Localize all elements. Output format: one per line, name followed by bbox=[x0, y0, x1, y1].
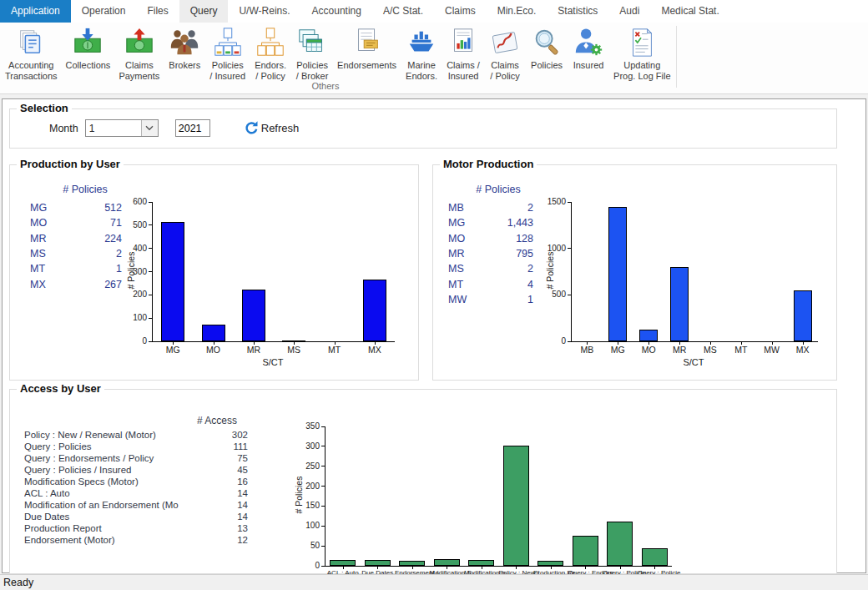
ribbon-item-policies-insured[interactable]: Policies / Insured bbox=[205, 24, 250, 83]
bar-mr bbox=[242, 290, 265, 341]
x-tick-label: MW bbox=[756, 345, 787, 355]
month-label: Month bbox=[49, 123, 78, 134]
tab-accounting[interactable]: Accounting bbox=[301, 0, 372, 23]
access-by-user-panel: Access by User # Access Policy : New / R… bbox=[9, 389, 837, 574]
motor-production-panel: Motor Production # Policies MB2MG1,443MO… bbox=[432, 164, 837, 381]
x-tick-label: MT bbox=[314, 345, 354, 355]
y-tick bbox=[321, 546, 326, 547]
tab-query[interactable]: Query bbox=[179, 0, 229, 23]
ribbon-item-label: Endors. / Policy bbox=[255, 60, 286, 82]
x-tick-label: MT bbox=[725, 345, 756, 355]
x-tick-label: MR bbox=[664, 345, 695, 355]
selection-title: Selection bbox=[17, 102, 72, 114]
bar-query-policie bbox=[642, 548, 668, 566]
month-value: 1 bbox=[86, 120, 141, 136]
tab-files[interactable]: Files bbox=[136, 0, 179, 23]
y-tick bbox=[321, 466, 326, 466]
x-tick-label: MO bbox=[193, 345, 233, 355]
y-tick bbox=[321, 566, 326, 567]
y-tick bbox=[321, 486, 326, 487]
bar-mx bbox=[363, 280, 386, 341]
ribbon-item-marine-endors[interactable]: Marine Endors. bbox=[401, 24, 442, 83]
policies-broker-icon bbox=[295, 26, 329, 59]
claims-policy-icon bbox=[488, 26, 522, 59]
y-tick-label: 400 bbox=[117, 244, 147, 253]
ribbon-item-policies[interactable]: Policies bbox=[526, 24, 568, 73]
ribbon-item-accounting-transactions[interactable]: Accounting Transactions bbox=[1, 24, 62, 83]
tab-audi[interactable]: Audi bbox=[608, 0, 650, 23]
ribbon-item-collections[interactable]: Collections bbox=[62, 24, 115, 73]
month-dropdown[interactable]: 1 bbox=[85, 119, 159, 137]
bar-mr bbox=[670, 267, 689, 341]
content-area: Selection Month 1 Refresh Production by … bbox=[2, 98, 866, 573]
bar-modification-o bbox=[468, 560, 494, 566]
access-chart: # Policies 050100150200250300350ACL : Au… bbox=[10, 390, 836, 573]
tab-min-eco[interactable]: Min.Eco. bbox=[487, 0, 548, 23]
ribbon-item-label: Insured bbox=[573, 60, 604, 71]
y-tick bbox=[321, 446, 326, 446]
y-tick-label: 500 bbox=[117, 220, 147, 229]
accounting-transactions-icon bbox=[14, 26, 48, 59]
tab-operation[interactable]: Operation bbox=[71, 0, 137, 23]
menu-tabs: ApplicationOperationFilesQueryU/W-Reins.… bbox=[0, 0, 868, 23]
y-tick-label: 300 bbox=[117, 267, 147, 276]
y-tick bbox=[149, 318, 153, 319]
bar-mg bbox=[161, 222, 184, 341]
year-input[interactable] bbox=[175, 119, 210, 137]
x-tick-label: MX bbox=[787, 345, 818, 355]
tab-claims[interactable]: Claims bbox=[434, 0, 487, 23]
y-tick-label: 200 bbox=[117, 290, 147, 299]
ribbon-item-label: Marine Endors. bbox=[406, 60, 437, 82]
ribbon-item-label: Updating Prog. Log File bbox=[613, 60, 670, 82]
policies-search-icon bbox=[530, 26, 563, 59]
ribbon-item-insured[interactable]: Insured bbox=[568, 24, 609, 73]
ribbon-item-claims-insured[interactable]: Claims / Insured bbox=[442, 24, 484, 83]
plot-area: 050010001500MBMGMOMRMSMTMWMX bbox=[571, 202, 818, 342]
y-tick bbox=[568, 295, 572, 295]
tab-medical-stat[interactable]: Medical Stat. bbox=[650, 0, 729, 23]
ribbon-item-label: Endorsements bbox=[337, 60, 396, 71]
chevron-down-icon[interactable] bbox=[141, 120, 158, 136]
selection-panel: Selection Month 1 Refresh bbox=[9, 108, 837, 149]
ribbon-items: Accounting TransactionsCollectionsClaims… bbox=[0, 23, 868, 83]
x-tick-label: MB bbox=[572, 345, 603, 355]
ribbon-item-updating-prog-log-file[interactable]: Updating Prog. Log File bbox=[609, 24, 674, 83]
tab-u-w-reins[interactable]: U/W-Reins. bbox=[228, 0, 300, 23]
bar-policy-new bbox=[503, 446, 529, 566]
ribbon-item-claims-payments[interactable]: Claims Payments bbox=[114, 24, 164, 83]
y-tick-label: 0 bbox=[536, 336, 566, 345]
x-tick-label: MS bbox=[695, 345, 726, 355]
y-tick-label: 0 bbox=[117, 336, 147, 345]
marine-endorsements-icon bbox=[405, 26, 438, 59]
ribbon-item-brokers[interactable]: Brokers bbox=[164, 24, 205, 73]
selection-controls: Month 1 Refresh bbox=[49, 119, 299, 137]
ribbon-item-endorsements[interactable]: Endorsements bbox=[333, 24, 401, 73]
tab-application[interactable]: Application bbox=[0, 0, 71, 23]
refresh-button[interactable]: Refresh bbox=[244, 120, 300, 136]
ribbon-item-claims-policy[interactable]: Claims / Policy bbox=[484, 24, 526, 83]
y-tick-label: 200 bbox=[290, 482, 320, 491]
plot-area: 050100150200250300350ACL : AutoDue Dates… bbox=[325, 426, 672, 567]
y-tick bbox=[149, 341, 153, 342]
x-axis-title: S/CT bbox=[669, 357, 719, 367]
x-axis-title: S/CT bbox=[248, 357, 298, 367]
ribbon-item-policies-broker[interactable]: Policies / Broker bbox=[291, 24, 333, 83]
ribbon-item-label: Collections bbox=[66, 60, 111, 71]
status-bar: Ready bbox=[0, 574, 868, 590]
tab-a-c-stat[interactable]: A/C Stat. bbox=[372, 0, 434, 23]
x-tick-label: MS bbox=[274, 345, 314, 355]
x-tick-label: MG bbox=[153, 345, 193, 355]
ribbon-group-label: Others bbox=[294, 81, 357, 91]
bar-mg bbox=[608, 207, 627, 341]
plot-area: 0100200300400500600MGMOMRMSMTMX bbox=[152, 202, 395, 342]
y-tick bbox=[321, 526, 326, 527]
insured-person-icon bbox=[572, 26, 605, 59]
y-tick-label: 300 bbox=[290, 441, 320, 451]
tab-statistics[interactable]: Statistics bbox=[547, 0, 608, 23]
claims-insured-icon bbox=[447, 26, 480, 59]
y-tick-label: 250 bbox=[290, 461, 320, 471]
ribbon-item-endors-policy[interactable]: Endors. / Policy bbox=[250, 24, 291, 83]
y-tick bbox=[321, 426, 326, 427]
ribbon-item-label: Policies / Insured bbox=[209, 60, 245, 82]
endorsements-icon bbox=[351, 26, 384, 59]
